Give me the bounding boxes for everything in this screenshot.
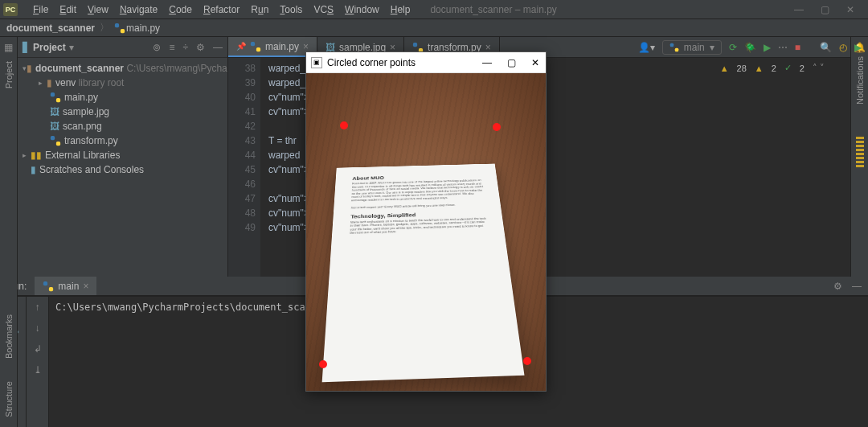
breadcrumb-sep: 〉 <box>95 21 114 35</box>
run-config-select[interactable]: main ▾ <box>662 40 722 55</box>
right-tool-strip: 🔔 Notifications <box>850 37 868 277</box>
stop-button[interactable]: ■ <box>795 42 800 53</box>
down-icon[interactable]: ↓ <box>35 322 40 334</box>
notifications-label[interactable]: Notifications <box>855 56 865 105</box>
image-file-icon: 🖼 <box>50 106 59 117</box>
breadcrumb-project[interactable]: document_scanner <box>6 23 95 34</box>
folder-icon: ▮ <box>47 77 52 88</box>
window-close-icon[interactable]: ✕ <box>530 57 541 68</box>
svg-rect-1 <box>121 28 125 32</box>
titlebar: PC File Edit View Navigate Code Refactor… <box>0 0 868 19</box>
svg-rect-5 <box>56 98 60 102</box>
hide-run-icon[interactable]: — <box>852 281 862 292</box>
gear-icon[interactable]: ⚙ <box>196 42 205 53</box>
profile-icon[interactable]: ⋯ <box>778 42 788 53</box>
menu-help[interactable]: Help <box>385 4 416 15</box>
collapse-all-icon[interactable]: ÷ <box>182 42 188 53</box>
project-panel-header: ▋ Project ▾ ⊚ ≡ ÷ ⚙ — <box>18 37 227 58</box>
tab-close-icon[interactable]: × <box>83 281 88 292</box>
window-minimize-icon[interactable]: — <box>481 57 493 68</box>
run-button[interactable]: ⟳ <box>729 42 737 53</box>
menu-navigate[interactable]: Navigate <box>114 4 163 15</box>
warning-icon: ▲ <box>720 64 729 73</box>
soft-wrap-icon[interactable]: ↲ <box>34 343 42 355</box>
svg-rect-0 <box>115 23 119 27</box>
titlebar-project: document_scanner – main.py <box>430 4 556 15</box>
svg-rect-4 <box>51 92 55 96</box>
ide-updates-icon[interactable]: ▶ <box>854 42 862 53</box>
svg-rect-12 <box>43 281 47 285</box>
tree-file-transform[interactable]: transform.py <box>18 133 227 148</box>
breadcrumb-file[interactable]: main.py <box>126 23 160 34</box>
svg-rect-6 <box>51 136 55 140</box>
corner-dot-bl <box>319 360 327 368</box>
run-toolbar-left2: ↑ ↓ ↲ ⤓ <box>27 297 49 427</box>
opencv-window[interactable]: ▣ Circled corner points — ▢ ✕ About MUO … <box>305 51 547 392</box>
error-stripe[interactable] <box>856 137 864 167</box>
window-maximize-icon[interactable]: ▢ <box>818 4 831 15</box>
project-tree: ▾ ▮ document_scanner C:\Users\mwang\Pych… <box>18 58 227 180</box>
scroll-end-icon[interactable]: ⤓ <box>34 364 42 376</box>
tab-close-icon[interactable]: × <box>303 41 309 52</box>
structure-tool-label[interactable]: Structure <box>4 381 14 417</box>
hide-panel-icon[interactable]: — <box>213 42 223 53</box>
run-tab[interactable]: main × <box>35 277 96 295</box>
tree-file-main[interactable]: main.py <box>18 90 227 105</box>
document-paper: About MUO Founded in 2007, MUO has grown… <box>322 164 525 383</box>
line-gutter: 383940414243444546474849 <box>228 58 260 277</box>
settings-icon[interactable]: ◴ <box>839 42 847 53</box>
opencv-titlebar[interactable]: ▣ Circled corner points — ▢ ✕ <box>306 52 546 73</box>
project-tool-label[interactable]: Project <box>4 61 14 88</box>
run-settings-icon[interactable]: ⚙ <box>833 281 842 292</box>
python-file-icon <box>114 23 125 34</box>
tree-venv[interactable]: ▸ ▮ venv library root <box>18 76 227 90</box>
svg-rect-3 <box>674 48 678 52</box>
expand-all-icon[interactable]: ≡ <box>169 42 174 53</box>
svg-rect-10 <box>413 42 417 46</box>
menu-window[interactable]: Window <box>339 4 385 15</box>
corner-dot-br <box>523 357 531 365</box>
scratches-icon: ▮ <box>31 164 36 175</box>
tab-main-py[interactable]: 📌 main.py × <box>228 37 317 57</box>
breadcrumb: document_scanner 〉 main.py <box>0 19 868 37</box>
menu-tools[interactable]: Tools <box>274 4 308 15</box>
menu-view[interactable]: View <box>82 4 114 15</box>
menu-edit[interactable]: Edit <box>54 4 82 15</box>
code-inspection-status[interactable]: ▲28 ▲2 ✓2 ˄ ˅ <box>720 63 825 73</box>
weak-warning-icon: ▲ <box>755 64 764 73</box>
run-coverage-icon[interactable]: ▶ <box>764 42 771 53</box>
opencv-window-title: Circled corner points <box>327 57 416 68</box>
project-panel-title[interactable]: Project <box>33 42 66 53</box>
tree-external[interactable]: ▸ ▮▮ External Libraries <box>18 148 227 162</box>
python-icon <box>669 43 679 52</box>
project-tool-icon[interactable]: ▦ <box>4 42 13 53</box>
window-close-icon[interactable]: ✕ <box>844 4 857 15</box>
menu-run[interactable]: Run <box>245 4 274 15</box>
window-maximize-icon[interactable]: ▢ <box>506 57 517 68</box>
menu-refactor[interactable]: Refactor <box>198 4 245 15</box>
debug-button[interactable]: 🪲 <box>744 42 756 53</box>
svg-rect-8 <box>251 41 255 45</box>
menu-vcs[interactable]: VCS <box>308 4 339 15</box>
up-icon[interactable]: ↑ <box>35 302 40 313</box>
image-file-icon: 🖼 <box>50 121 59 132</box>
tree-scratches[interactable]: ▮ Scratches and Consoles <box>18 162 227 177</box>
tree-file-sample[interactable]: 🖼 sample.jpg <box>18 105 227 119</box>
left-tool-strip: ▦ Project <box>0 37 18 277</box>
menu-code[interactable]: Code <box>163 4 198 15</box>
svg-rect-7 <box>56 142 60 146</box>
window-minimize-icon[interactable]: — <box>792 4 805 15</box>
user-account-icon[interactable]: 👤▾ <box>638 42 655 53</box>
opencv-icon: ▣ <box>311 57 322 68</box>
menu-file[interactable]: File <box>27 4 54 15</box>
library-icon: ▮▮ <box>31 150 42 161</box>
python-file-icon <box>43 281 54 292</box>
search-icon[interactable]: 🔍 <box>820 42 832 53</box>
ide-logo: PC <box>3 3 18 16</box>
pin-icon: 📌 <box>236 42 246 51</box>
select-opened-icon[interactable]: ⊚ <box>153 42 161 53</box>
tree-root[interactable]: ▾ ▮ document_scanner C:\Users\mwang\Pych… <box>18 61 227 76</box>
tree-file-scan[interactable]: 🖼 scan.png <box>18 119 227 133</box>
project-view-icon: ▋ <box>23 42 30 53</box>
bookmarks-tool-label[interactable]: Bookmarks <box>4 314 14 359</box>
